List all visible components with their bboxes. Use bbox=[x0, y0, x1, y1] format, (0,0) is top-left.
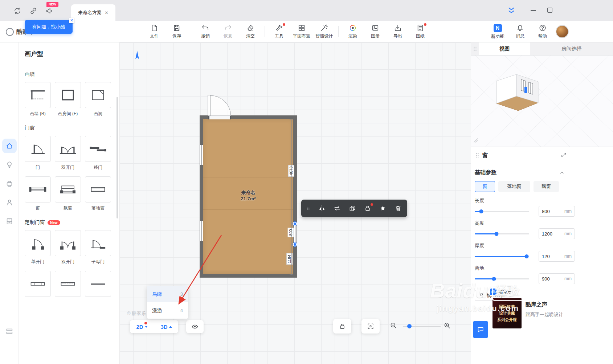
zoom-out-button[interactable] bbox=[390, 322, 397, 331]
length-slider[interactable] bbox=[475, 209, 529, 214]
zoom-slider-handle[interactable] bbox=[407, 324, 412, 328]
save-button[interactable]: 保存 bbox=[166, 22, 187, 41]
slider-handle[interactable] bbox=[495, 232, 499, 236]
height-slider[interactable] bbox=[475, 231, 529, 236]
tool-card-window-variant-3[interactable] bbox=[85, 271, 111, 297]
album-button[interactable]: 图册 bbox=[365, 22, 386, 41]
sidebar-item-account[interactable] bbox=[2, 195, 17, 210]
length-input[interactable]: 800 mm bbox=[539, 206, 575, 217]
redo-button[interactable]: 恢复 bbox=[217, 22, 238, 41]
tab-close-icon[interactable]: ✕ bbox=[105, 10, 109, 16]
dimension-wall-length[interactable]: 4073 bbox=[288, 165, 294, 176]
floor-layout-button[interactable]: 平面布置 bbox=[291, 22, 312, 41]
tool-card-mother-child-door[interactable]: 子母门 bbox=[85, 230, 111, 265]
resize-handle-icon[interactable] bbox=[473, 138, 479, 145]
slider-handle[interactable] bbox=[524, 254, 528, 258]
tool-card-window-variant-2[interactable] bbox=[55, 271, 81, 297]
tool-card-double-door[interactable]: 双开门 bbox=[55, 136, 81, 171]
minimize-button[interactable] bbox=[531, 10, 536, 11]
window-left-upper[interactable] bbox=[200, 144, 203, 165]
collapse-toolbar-icon[interactable] bbox=[507, 6, 516, 15]
maximize-button[interactable] bbox=[547, 8, 552, 13]
tool-card-draw-hole[interactable]: 画洞 bbox=[85, 82, 111, 117]
tool-card-custom-single-door[interactable]: 单开门 bbox=[25, 230, 51, 265]
tool-card-draw-wall[interactable]: 画墙 (B) bbox=[25, 82, 51, 117]
assistant-tooltip[interactable]: 有问题，找小酷 ✕ bbox=[25, 20, 73, 34]
tool-card-window[interactable]: 窗 bbox=[25, 176, 51, 211]
drawings-button[interactable]: 图纸 bbox=[410, 22, 431, 41]
tool-card-window-variant-1[interactable] bbox=[25, 271, 51, 297]
mode-3d-button[interactable]: 3D bbox=[154, 320, 178, 333]
tool-card-custom-double-door[interactable]: 双开门 bbox=[55, 230, 81, 265]
slider-handle[interactable] bbox=[492, 277, 496, 281]
type-floor-window-button[interactable]: 落地窗 bbox=[498, 181, 530, 192]
undo-button[interactable]: 撤销 bbox=[195, 22, 216, 41]
canvas-lock-button[interactable] bbox=[333, 319, 351, 334]
duplicate-button[interactable] bbox=[348, 204, 357, 213]
document-tab[interactable]: 未命名方案 ✕ bbox=[71, 4, 115, 21]
chevron-up-icon[interactable] bbox=[559, 170, 565, 177]
thickness-slider[interactable] bbox=[475, 254, 529, 259]
user-avatar[interactable] bbox=[556, 25, 569, 38]
zoom-in-button[interactable] bbox=[444, 322, 451, 331]
link-icon[interactable] bbox=[29, 7, 38, 15]
menu-item-birdview[interactable]: 鸟瞰 3 bbox=[147, 286, 188, 302]
window-handle-top[interactable] bbox=[293, 222, 297, 226]
height-input[interactable]: 1200 mm bbox=[539, 228, 575, 239]
render-button[interactable]: 渲染 bbox=[342, 22, 363, 41]
visibility-button[interactable] bbox=[186, 320, 204, 333]
new-features-button[interactable]: N 新功能 bbox=[488, 22, 507, 41]
type-window-button[interactable]: 窗 bbox=[475, 181, 495, 192]
sidebar-item-flooring[interactable] bbox=[2, 324, 17, 339]
support-chat-button[interactable] bbox=[473, 321, 488, 338]
type-bay-window-button[interactable]: 飘窗 bbox=[534, 181, 559, 192]
favorite-button[interactable] bbox=[379, 204, 387, 213]
elevation-slider[interactable] bbox=[475, 276, 529, 281]
sidebar-item-materials[interactable] bbox=[2, 176, 17, 191]
sync-icon[interactable] bbox=[13, 7, 22, 15]
dimension-offset[interactable]: 1184 bbox=[286, 253, 293, 265]
lock-button[interactable] bbox=[364, 204, 372, 213]
object-toolbar[interactable] bbox=[301, 200, 407, 217]
sidebar-item-lighting[interactable] bbox=[2, 158, 17, 172]
smart-design-button[interactable]: 智能设计 bbox=[314, 22, 335, 41]
tool-card-bay-window[interactable]: 飘窗 bbox=[55, 176, 81, 211]
drag-handle-icon[interactable] bbox=[471, 42, 479, 55]
export-button[interactable]: 导出 bbox=[387, 22, 408, 41]
sidebar-item-floorplan[interactable] bbox=[2, 139, 17, 153]
tab-view[interactable]: 视图 bbox=[479, 42, 530, 55]
swap-button[interactable] bbox=[333, 204, 342, 213]
drag-handle-icon[interactable] bbox=[475, 152, 479, 159]
expand-panel-icon[interactable] bbox=[561, 152, 567, 159]
tool-card-draw-room[interactable]: 画房间 (F) bbox=[55, 82, 81, 117]
sidebar-item-cabinet[interactable] bbox=[2, 214, 17, 229]
mode-2d-button[interactable]: 2D bbox=[130, 320, 154, 333]
panel-scrollbar[interactable] bbox=[117, 97, 118, 218]
drag-handle-icon[interactable] bbox=[306, 205, 311, 212]
elevation-input[interactable]: 900 mm bbox=[539, 273, 575, 284]
basic-params-section[interactable]: 基础参数 bbox=[471, 164, 613, 176]
tool-card-door[interactable]: 门 bbox=[25, 136, 51, 171]
mirror-button[interactable] bbox=[318, 204, 326, 213]
clear-button[interactable]: 清空 bbox=[240, 22, 261, 41]
promo-thumbnail[interactable]: 国际软装 设计典藏 系列公开课 bbox=[493, 298, 522, 328]
announcement-icon[interactable] bbox=[45, 7, 54, 15]
tab-room-select[interactable]: 房间选择 bbox=[530, 42, 613, 55]
file-button[interactable]: 文件 bbox=[144, 22, 165, 41]
window-handle-bottom[interactable] bbox=[293, 242, 297, 246]
tools-button[interactable]: 工具 bbox=[269, 22, 290, 41]
promo-brand-pill[interactable]: 酷 酷家乐 bbox=[488, 287, 515, 296]
delete-button[interactable] bbox=[394, 204, 402, 213]
help-button[interactable]: 帮助 bbox=[533, 22, 552, 41]
tool-card-floor-window[interactable]: 落地窗 bbox=[85, 176, 111, 211]
messages-button[interactable]: 消息 bbox=[511, 22, 530, 41]
dimension-window-width[interactable]: 800 bbox=[288, 228, 294, 237]
preview-3d-viewport[interactable] bbox=[471, 56, 613, 147]
thickness-input[interactable]: 120 mm bbox=[539, 251, 575, 262]
tooltip-close-icon[interactable]: ✕ bbox=[69, 18, 74, 23]
tool-card-sliding-door[interactable]: 移门 bbox=[85, 136, 111, 171]
fit-view-button[interactable] bbox=[361, 319, 380, 334]
slider-handle[interactable] bbox=[479, 209, 483, 213]
window-left-lower[interactable] bbox=[200, 221, 203, 241]
menu-item-walkthrough[interactable]: 漫游 4 bbox=[147, 302, 188, 319]
